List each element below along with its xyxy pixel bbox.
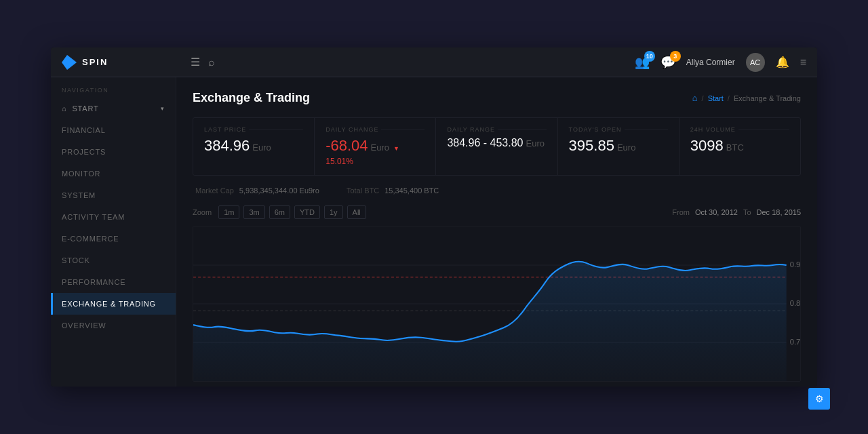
top-bar-right: 👥 10 💬 3 Allya Cormier AC 🔔 ≡ [635, 53, 806, 72]
logo-text: SPIN [82, 57, 108, 67]
stat-todays-open-label: Today's Open [569, 126, 668, 133]
svg-text:0.7: 0.7 [790, 338, 800, 346]
sidebar-item-activity-team[interactable]: Activity Team [51, 206, 176, 228]
sidebar-item-start-label: Start [72, 104, 98, 113]
sidebar-item-performance-label: Performance [62, 278, 125, 286]
message-badge[interactable]: 💬 3 [660, 55, 675, 70]
sidebar-item-financial[interactable]: Financial [51, 119, 176, 141]
options-icon[interactable]: ≡ [800, 56, 806, 68]
zoom-group: Zoom 1m 3m 6m YTD 1y All [193, 205, 366, 219]
zoom-all[interactable]: All [347, 205, 366, 219]
sidebar-item-system-label: System [62, 191, 96, 199]
home-icon: ⌂ [62, 104, 66, 113]
sidebar-item-monitor-label: Monitor [62, 170, 100, 178]
user-avatar: AC [746, 53, 765, 72]
todays-open-unit: Euro [617, 142, 635, 153]
chevron-icon: ▾ [161, 105, 165, 112]
market-cap-value: 5,938,345,344.00 Eu9ro [239, 186, 319, 195]
sidebar-item-ecommerce-label: E-Commerce [62, 235, 119, 243]
settings-icon: ⚙ [815, 393, 824, 404]
zoom-1m[interactable]: 1m [218, 205, 239, 219]
sidebar-item-overview-label: Overview [62, 321, 106, 330]
svg-marker-0 [62, 55, 77, 70]
nav-section-label: Navigation [51, 77, 176, 98]
sidebar-item-system[interactable]: System [51, 184, 176, 206]
todays-open-number: 395.85 [569, 137, 614, 154]
stat-last-price: Last Price 384.96Euro [193, 118, 315, 175]
to-label: To [743, 208, 751, 216]
sidebar-item-projects-label: Projects [62, 148, 106, 156]
notification-badge[interactable]: 👥 10 [635, 55, 650, 70]
sidebar-item-exchange-label: Exchange & Trading [62, 300, 156, 308]
breadcrumb-separator-2: / [728, 94, 730, 102]
sidebar-item-activity-team-label: Activity Team [62, 213, 125, 221]
content-area: Exchange & Trading ⌂ / Start / Exchange … [176, 77, 817, 387]
top-bar: SPIN ☰ ⌕ 👥 10 💬 3 Allya Cormier AC 🔔 ≡ [51, 47, 817, 77]
stat-todays-open-value: 395.85Euro [569, 137, 668, 155]
user-name: Allya Cormier [686, 58, 735, 67]
stat-todays-open: Today's Open 395.85Euro [558, 118, 679, 175]
stat-last-price-label: Last Price [204, 126, 303, 133]
total-btc-info: Total BTC 15,345,400 BTC [347, 186, 439, 195]
volume-24h-unit: BTC [726, 142, 744, 153]
last-price-unit: Euro [252, 142, 271, 153]
bell-icon[interactable]: 🔔 [776, 56, 789, 68]
total-btc-value: 15,345,400 BTC [384, 186, 439, 195]
sidebar-item-monitor[interactable]: Monitor [51, 163, 176, 184]
zoom-3m[interactable]: 3m [243, 205, 264, 219]
hamburger-icon[interactable]: ☰ [191, 56, 200, 68]
date-range: From Oct 30, 2012 To Dec 18, 2015 [672, 208, 801, 216]
stat-daily-range-label: Daily Range [447, 126, 546, 133]
sidebar-item-performance[interactable]: Performance [51, 271, 176, 293]
zoom-label: Zoom [193, 208, 212, 216]
breadcrumb-row: Exchange & Trading ⌂ / Start / Exchange … [193, 91, 801, 105]
market-cap-info: Market Cap 5,938,345,344.00 Eu9ro [195, 186, 319, 195]
daily-range-number: 384.96 - 453.80 [447, 137, 523, 149]
stat-daily-change: Daily Change -68.04Euro15.01% [315, 118, 436, 175]
chart-container: 0.9 0.8 0.7 Jan '13 Apr '13 Jul '13 Oct … [193, 226, 801, 382]
page-title: Exchange & Trading [193, 91, 310, 105]
market-cap-label: Market Cap [195, 186, 234, 195]
home-breadcrumb-icon[interactable]: ⌂ [692, 93, 698, 103]
total-btc-label: Total BTC [347, 186, 379, 195]
stat-24h-volume: 24H Volume 3098BTC [679, 118, 800, 175]
sidebar-item-ecommerce[interactable]: E-Commerce [51, 228, 176, 250]
from-label: From [672, 208, 690, 216]
breadcrumb-separator: / [702, 94, 704, 102]
stat-24h-volume-label: 24H Volume [690, 126, 789, 133]
from-date: Oct 30, 2012 [695, 208, 738, 216]
sidebar-item-projects[interactable]: Projects [51, 141, 176, 163]
stat-daily-range-value: 384.96 - 453.80Euro [447, 137, 546, 149]
sidebar-item-exchange[interactable]: Exchange & Trading [51, 293, 176, 315]
chart-svg: 0.9 0.8 0.7 [193, 226, 800, 381]
sidebar: Navigation ⌂ Start ▾ Financial Projects … [51, 77, 176, 387]
stat-daily-range: Daily Range 384.96 - 453.80Euro [436, 118, 557, 175]
daily-change-unit: Euro [371, 142, 389, 153]
svg-text:0.9: 0.9 [790, 260, 800, 269]
stat-last-price-value: 384.96Euro [204, 137, 303, 155]
search-icon[interactable]: ⌕ [208, 56, 215, 68]
zoom-1y[interactable]: 1y [324, 205, 343, 219]
sidebar-item-financial-label: Financial [62, 126, 106, 134]
last-price-number: 384.96 [204, 137, 250, 154]
chart-controls: Zoom 1m 3m 6m YTD 1y All From Oct 30, 20… [193, 205, 801, 219]
breadcrumb-current: Exchange & Trading [734, 94, 801, 102]
sidebar-item-start[interactable]: ⌂ Start ▾ [51, 98, 176, 119]
stat-daily-change-label: Daily Change [326, 126, 425, 133]
svg-text:0.8: 0.8 [790, 299, 800, 307]
sidebar-item-stock[interactable]: Stock [51, 250, 176, 271]
logo-icon [62, 55, 77, 70]
stat-24h-volume-value: 3098BTC [690, 137, 789, 155]
zoom-ytd[interactable]: YTD [294, 205, 320, 219]
settings-fab[interactable]: ⚙ [808, 388, 830, 410]
top-bar-icons: ☰ ⌕ [191, 56, 215, 68]
daily-change-number: -68.04 [326, 137, 368, 154]
stats-row: Last Price 384.96Euro Daily Change -68.0… [193, 117, 801, 176]
breadcrumb: ⌂ / Start / Exchange & Trading [692, 93, 801, 103]
breadcrumb-start[interactable]: Start [708, 94, 724, 102]
market-info-row: Market Cap 5,938,345,344.00 Eu9ro Total … [193, 186, 801, 195]
sidebar-item-stock-label: Stock [62, 256, 90, 264]
logo-area: SPIN [62, 55, 184, 70]
zoom-6m[interactable]: 6m [269, 205, 290, 219]
sidebar-item-overview[interactable]: Overview [51, 315, 176, 336]
